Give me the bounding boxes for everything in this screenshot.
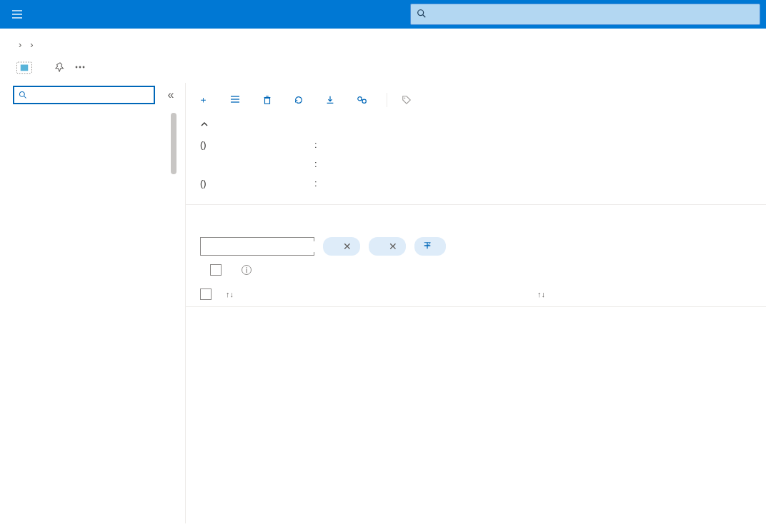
sidebar-scrollbar[interactable]	[171, 113, 176, 516]
essentials-subid-row: :	[200, 159, 752, 169]
search-icon	[417, 9, 427, 21]
svg-point-18	[358, 97, 362, 101]
close-icon[interactable]: ✕	[343, 241, 352, 252]
sidebar-settings-header	[7, 111, 185, 126]
counts-row: i	[186, 264, 766, 281]
breadcrumb: › ›	[0, 33, 766, 56]
essentials-toggle[interactable]	[200, 120, 752, 131]
create-button[interactable]: ＋	[192, 89, 219, 111]
close-icon[interactable]: ✕	[389, 241, 397, 252]
title-row	[0, 56, 766, 77]
svg-line-11	[24, 96, 26, 99]
sidebar-cost-header	[7, 126, 185, 140]
type-column-header[interactable]: ↑↓	[533, 290, 752, 298]
svg-rect-6	[21, 65, 29, 71]
svg-point-8	[79, 66, 81, 69]
tabs	[186, 205, 766, 224]
table-header: ↑↓ ↑↓	[186, 281, 766, 307]
essentials-subscription-row: () :	[200, 139, 752, 150]
breadcrumb-sep: ›	[19, 39, 21, 50]
topbar	[0, 0, 766, 29]
search-icon	[19, 91, 27, 99]
filter-bar: ✕ ✕	[186, 224, 766, 264]
chevron-up-icon	[200, 120, 209, 131]
ellipsis-icon	[74, 61, 86, 73]
trash-icon	[262, 95, 272, 105]
toolbar: ＋	[186, 86, 766, 114]
columns-icon	[229, 94, 241, 106]
collapse-sidebar-button[interactable]: «	[162, 89, 179, 101]
essentials: () : : () :	[186, 114, 766, 205]
hamburger-menu[interactable]	[0, 0, 34, 29]
chevron-left-icon: «	[168, 89, 174, 101]
name-column-header[interactable]: ↑↓	[222, 290, 533, 298]
plus-icon: ＋	[199, 94, 208, 106]
svg-point-9	[83, 66, 85, 69]
sidebar: «	[0, 83, 186, 523]
essentials-key: ()	[200, 139, 314, 150]
subid-key	[200, 159, 314, 169]
edit-columns-button[interactable]	[222, 89, 252, 111]
assign-tags-button[interactable]	[394, 89, 423, 111]
global-search[interactable]	[410, 4, 760, 25]
svg-point-7	[76, 66, 78, 69]
svg-point-21	[404, 98, 406, 99]
global-search-input[interactable]	[431, 9, 754, 20]
location-filter-pill[interactable]: ✕	[369, 237, 406, 256]
tag-icon	[402, 95, 412, 105]
select-all-checkbox[interactable]	[200, 288, 212, 300]
svg-point-10	[20, 92, 25, 97]
export-button[interactable]	[318, 89, 347, 111]
colon: :	[314, 178, 326, 189]
refresh-button[interactable]	[287, 89, 315, 111]
resource-group-icon	[14, 57, 34, 77]
sidebar-search-input[interactable]	[30, 90, 149, 100]
sort-icon: ↑↓	[226, 290, 234, 298]
query-icon	[357, 95, 368, 105]
filter-input[interactable]	[200, 237, 314, 256]
type-filter-pill[interactable]: ✕	[323, 237, 360, 256]
tags-key: ()	[200, 178, 314, 189]
svg-line-4	[423, 14, 426, 17]
svg-rect-15	[265, 98, 270, 104]
breadcrumb-sep2: ›	[30, 39, 33, 50]
scrollbar-thumb[interactable]	[171, 113, 176, 174]
sidebar-search[interactable]	[13, 86, 155, 104]
svg-point-3	[418, 9, 424, 15]
more-button[interactable]	[70, 57, 90, 77]
show-hidden-checkbox[interactable]	[210, 264, 222, 276]
refresh-icon	[294, 95, 304, 105]
essentials-tags-row: () :	[200, 178, 752, 189]
svg-point-19	[362, 99, 366, 103]
sidebar-search-row: «	[7, 86, 185, 111]
add-filter-icon	[423, 241, 432, 252]
toolbar-sep	[387, 93, 387, 107]
delete-button[interactable]	[255, 89, 284, 111]
filter-text-input[interactable]	[205, 241, 325, 252]
hamburger-icon	[11, 8, 24, 21]
download-icon	[325, 95, 335, 105]
info-icon[interactable]: i	[242, 265, 252, 275]
body: « ＋	[0, 83, 766, 523]
sort-icon: ↑↓	[537, 290, 545, 298]
colon: :	[314, 159, 326, 169]
pin-icon	[55, 62, 65, 72]
add-filter-button[interactable]	[414, 237, 446, 256]
open-query-button[interactable]	[349, 89, 379, 111]
colon: :	[314, 139, 326, 150]
main: ＋	[186, 83, 766, 523]
pin-button[interactable]	[50, 57, 70, 77]
